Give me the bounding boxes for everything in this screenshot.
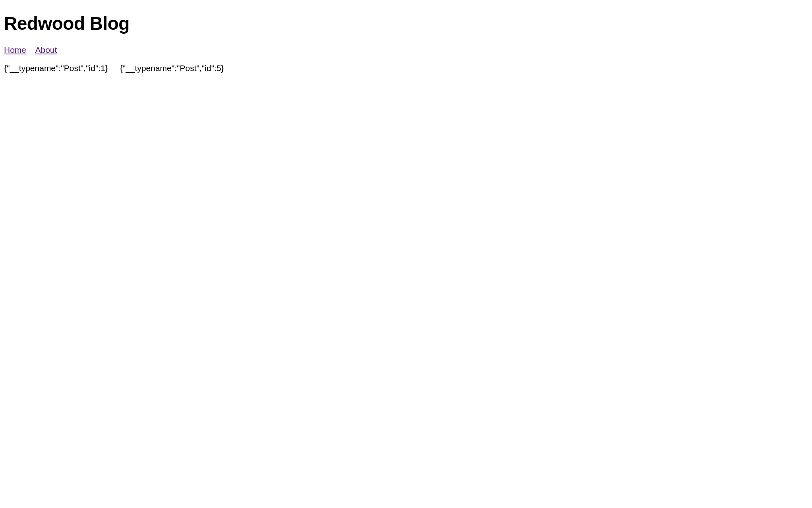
- main-nav: Home About: [4, 45, 808, 55]
- header: Redwood Blog: [4, 13, 808, 34]
- nav-link-about[interactable]: About: [35, 45, 57, 54]
- nav-link-home[interactable]: Home: [4, 45, 26, 54]
- post-item: {"__typename":"Post","id":1}: [4, 64, 108, 73]
- post-item: {"__typename":"Post","id":5}: [120, 64, 224, 73]
- posts-list: {"__typename":"Post","id":1} {"__typenam…: [4, 64, 808, 73]
- page-title: Redwood Blog: [4, 13, 808, 34]
